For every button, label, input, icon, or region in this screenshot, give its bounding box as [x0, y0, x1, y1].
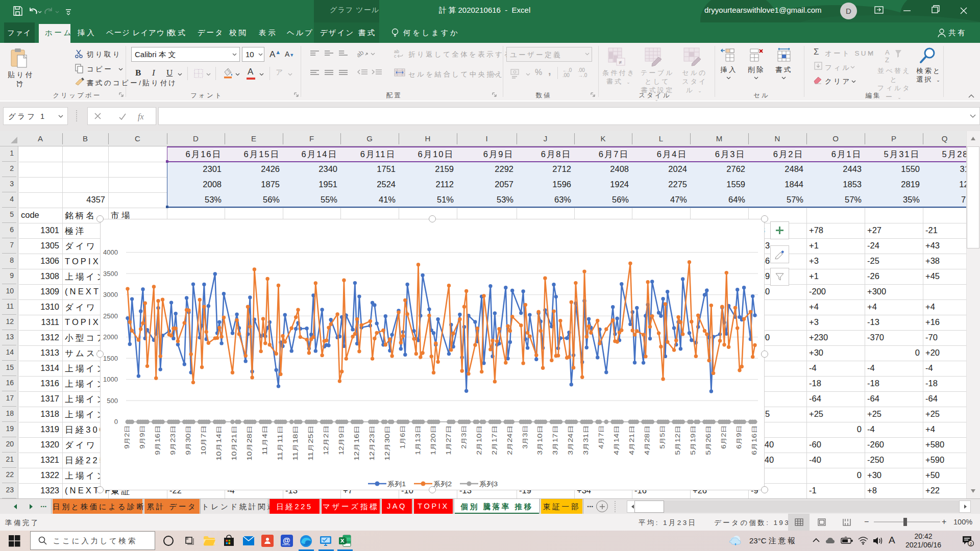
svg-text:3000: 3000 — [103, 291, 118, 298]
svg-text:11月25日: 11月25日 — [307, 425, 314, 461]
svg-text:系列2: 系列2 — [433, 480, 452, 488]
svg-text:10月21日: 10月21日 — [231, 425, 238, 461]
svg-text:9月30日: 9月30日 — [185, 425, 192, 455]
svg-text:2500: 2500 — [103, 312, 118, 320]
svg-text:12月23日: 12月23日 — [369, 425, 376, 461]
svg-text:2月24日: 2月24日 — [506, 425, 513, 455]
svg-text:6月16日: 6月16日 — [751, 425, 758, 455]
svg-text:3500: 3500 — [103, 270, 118, 278]
svg-text:Z: Z — [885, 56, 889, 64]
svg-text:ab: ab — [357, 48, 365, 59]
svg-text:9月16日: 9月16日 — [154, 425, 161, 455]
svg-text:4000: 4000 — [103, 248, 118, 256]
svg-text:6月2日: 6月2日 — [720, 425, 727, 449]
svg-text:5月5日: 5月5日 — [659, 425, 666, 449]
svg-text:5月12日: 5月12日 — [674, 425, 681, 455]
svg-text:500: 500 — [107, 397, 118, 405]
svg-text:10月7日: 10月7日 — [200, 425, 207, 455]
svg-text:2月10日: 2月10日 — [476, 425, 483, 455]
svg-text:1000: 1000 — [103, 375, 118, 383]
svg-text:1月27日: 1月27日 — [445, 425, 452, 455]
svg-text:fx: fx — [138, 112, 144, 121]
svg-text:1月6日: 1月6日 — [399, 425, 406, 449]
svg-text:3月17日: 3月17日 — [552, 425, 559, 455]
svg-text:4月7日: 4月7日 — [598, 425, 605, 449]
svg-text:1月20日: 1月20日 — [430, 425, 437, 455]
svg-text:4月14日: 4月14日 — [613, 425, 620, 455]
svg-text:6月9日: 6月9日 — [736, 425, 743, 449]
svg-text:系列1: 系列1 — [387, 480, 406, 488]
svg-text:9月9日: 9月9日 — [139, 425, 146, 449]
svg-text:A: A — [885, 48, 890, 56]
svg-text:0: 0 — [114, 418, 118, 425]
svg-text:12月2日: 12月2日 — [323, 425, 330, 455]
svg-text:4月28日: 4月28日 — [644, 425, 651, 455]
svg-text:11月4日: 11月4日 — [261, 425, 268, 455]
svg-text:4月21日: 4月21日 — [628, 425, 635, 455]
svg-text:c: c — [394, 54, 397, 59]
svg-text:1月13日: 1月13日 — [414, 425, 422, 455]
svg-text:2: 2 — [970, 541, 972, 546]
svg-text:2月17日: 2月17日 — [491, 425, 498, 455]
svg-text:11月18日: 11月18日 — [292, 425, 299, 461]
svg-text:3月31日: 3月31日 — [582, 425, 590, 455]
svg-text:2000: 2000 — [103, 333, 118, 341]
svg-text:≠: ≠ — [619, 59, 622, 65]
svg-text:5月19日: 5月19日 — [690, 425, 697, 455]
svg-text:12月9日: 12月9日 — [338, 425, 345, 455]
svg-text:2月3日: 2月3日 — [460, 425, 468, 449]
svg-text:10月28日: 10月28日 — [246, 425, 253, 461]
svg-text:系列3: 系列3 — [479, 480, 498, 488]
svg-text:5月26日: 5月26日 — [705, 425, 712, 455]
svg-text:3月10日: 3月10日 — [536, 425, 544, 455]
svg-text:11月11日: 11月11日 — [277, 425, 284, 461]
svg-text:9月2日: 9月2日 — [124, 425, 131, 449]
svg-text:3月3日: 3月3日 — [522, 425, 529, 449]
svg-text:9月23日: 9月23日 — [169, 425, 177, 455]
svg-text:10月14日: 10月14日 — [215, 425, 223, 461]
svg-text:12月30日: 12月30日 — [384, 425, 391, 461]
svg-text:3月24日: 3月24日 — [567, 425, 574, 455]
svg-text:12月16日: 12月16日 — [353, 425, 360, 461]
svg-text:1500: 1500 — [103, 355, 118, 362]
